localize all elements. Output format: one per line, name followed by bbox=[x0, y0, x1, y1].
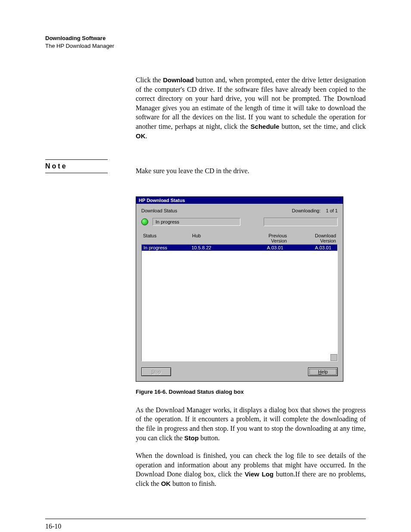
note-label: Note bbox=[45, 159, 108, 173]
figure-caption: Figure 16-6. Download Status dialog box bbox=[136, 389, 366, 395]
table-row[interactable]: In progress 10.5.8.22 A.03.01 A.03.01 bbox=[142, 245, 337, 251]
scrollbar-stub[interactable] bbox=[330, 354, 337, 361]
status-led-icon bbox=[141, 218, 148, 225]
download-status-label: Download Status bbox=[141, 208, 177, 213]
paragraph-3: When the download is finished, you can c… bbox=[136, 451, 366, 488]
progress-bar bbox=[264, 218, 338, 226]
page: Downloading Software The HP Download Man… bbox=[0, 0, 411, 532]
download-status-dialog: HP Download Status Download Status Downl… bbox=[136, 196, 343, 382]
stop-button[interactable]: Stop bbox=[141, 367, 171, 376]
help-button[interactable]: Help bbox=[308, 367, 338, 376]
header-title: Downloading Software bbox=[45, 34, 366, 42]
col-download-version: Download Version bbox=[289, 232, 338, 244]
cell-prev: A.03.01 bbox=[240, 245, 288, 250]
column-headers: Status Hub Previous Version Download Ver… bbox=[141, 232, 338, 244]
running-header: Downloading Software The HP Download Man… bbox=[45, 34, 366, 50]
dialog-body: Download Status Downloading: 1 of 1 In p… bbox=[136, 204, 343, 381]
cell-status: In progress bbox=[143, 245, 192, 250]
content-grid: Click the Download button and, when prom… bbox=[45, 68, 366, 149]
note-text: Make sure you leave the CD in the drive. bbox=[136, 166, 366, 176]
col-hub: Hub bbox=[190, 232, 240, 244]
cell-hub: 10.5.8.22 bbox=[192, 245, 240, 250]
downloading-label: Downloading: 1 of 1 bbox=[292, 208, 338, 213]
cell-dl: A.03.01 bbox=[288, 245, 336, 250]
note-block: Note Make sure you leave the CD in the d… bbox=[45, 159, 366, 497]
overall-status-box: In progress bbox=[153, 218, 240, 226]
col-status: Status bbox=[141, 232, 190, 244]
status-listbox[interactable]: In progress 10.5.8.22 A.03.01 A.03.01 bbox=[141, 244, 338, 361]
col-prev-version: Previous Version bbox=[240, 232, 289, 244]
dialog-titlebar: HP Download Status bbox=[136, 197, 343, 204]
header-subtitle: The HP Download Manager bbox=[45, 42, 366, 50]
page-footer: 16-10 bbox=[45, 519, 366, 530]
paragraph-2: As the Download Manager works, it displa… bbox=[136, 405, 366, 442]
paragraph-1: Click the Download button and, when prom… bbox=[136, 75, 366, 140]
page-number: 16-10 bbox=[45, 523, 61, 530]
